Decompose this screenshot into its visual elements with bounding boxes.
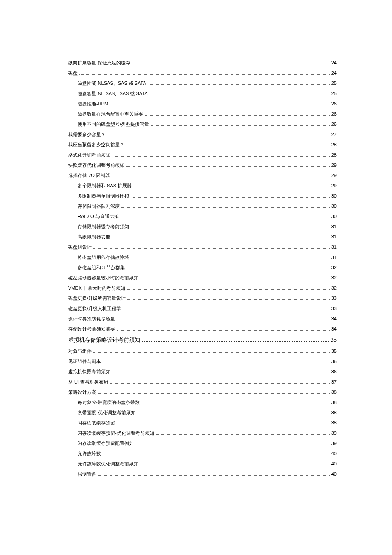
toc-leader-dots <box>110 105 330 105</box>
toc-leader-dots <box>132 64 330 64</box>
toc-entry[interactable]: VMDK 非常大时的考前须知32 <box>68 285 337 291</box>
toc-entry[interactable]: 每对象/条带宽度的磁盘条带数38 <box>68 399 337 406</box>
toc-title: 存储限制器队列深度 <box>78 203 120 209</box>
toc-entry[interactable]: 设计时要预防耗尽容量34 <box>68 316 337 322</box>
toc-leader-dots <box>148 84 330 85</box>
toc-leader-dots <box>135 445 330 445</box>
toc-leader-dots <box>131 259 330 259</box>
toc-leader-dots <box>112 177 330 177</box>
toc-entry[interactable]: 存储设计考前须知摘要34 <box>68 326 337 332</box>
toc-entry[interactable]: 存储限制器缓存考前须知31 <box>68 224 337 230</box>
toc-page-number: 36 <box>331 359 337 364</box>
toc-entry[interactable]: 磁盘组设计31 <box>68 244 337 250</box>
toc-page-number: 34 <box>331 326 337 331</box>
toc-entry[interactable]: 闪存读取缓存预留38 <box>68 420 337 426</box>
toc-page-number: 38 <box>331 389 337 395</box>
toc-leader-dots <box>123 310 330 310</box>
toc-entry[interactable]: 高级限制器功能31 <box>68 234 337 240</box>
toc-page-number: 31 <box>331 234 337 239</box>
toc-page-number: 28 <box>331 152 337 157</box>
toc-title: 存储限制器缓存考前须知 <box>78 224 129 230</box>
toc-title: 条带宽度-优化调整考前须知 <box>78 410 135 416</box>
toc-entry[interactable]: 使用不同的磁盘型号/类型提供容量26 <box>68 121 337 128</box>
toc-page-number: 40 <box>331 451 337 456</box>
toc-entry[interactable]: 多磁盘组和 3 节点群集32 <box>68 264 337 271</box>
toc-page-number: 29 <box>331 163 337 168</box>
toc-entry[interactable]: 虚拟机存储策略设计考前须知35 <box>68 336 337 344</box>
toc-entry[interactable]: 多个限制器和 SAS 扩展器29 <box>68 183 337 189</box>
toc-entry[interactable]: 磁盘性能-RPM26 <box>68 101 337 107</box>
toc-entry[interactable]: 允许故障数40 <box>68 450 337 457</box>
toc-leader-dots <box>145 115 330 116</box>
toc-entry[interactable]: 磁盘驱动器容量较小时的考前须知32 <box>68 275 337 281</box>
toc-leader-dots <box>127 269 330 269</box>
toc-entry[interactable]: 选择存储 I/O 限制器29 <box>68 172 337 179</box>
toc-entry[interactable]: 纵向扩展容量,保证充足的缓存24 <box>68 60 337 66</box>
toc-title: 磁盘组设计 <box>68 244 92 250</box>
toc-leader-dots <box>121 218 330 218</box>
toc-title: 高级限制器功能 <box>78 234 110 240</box>
toc-title: 格式化开销考前须知 <box>68 152 110 158</box>
toc-entry[interactable]: 磁盘更换/升级人机工程学33 <box>68 305 337 312</box>
toc-page-number: 39 <box>331 441 337 446</box>
toc-entry[interactable]: 磁盘容量-NL-SAS、SAS 或 SATA25 <box>68 90 337 97</box>
toc-entry[interactable]: 磁盘性能-NLSAS、SAS 或 SATA25 <box>68 80 337 87</box>
toc-entry[interactable]: 将磁盘组用作存储故障域31 <box>68 254 337 261</box>
toc-entry[interactable]: 多限制器与单限制器比拟30 <box>68 193 337 199</box>
toc-page-number: 26 <box>331 101 337 106</box>
toc-leader-dots <box>137 414 330 414</box>
toc-page-number: 24 <box>331 60 337 65</box>
toc-entry[interactable]: 策略设计方案38 <box>68 389 337 395</box>
toc-page-number: 36 <box>331 369 337 374</box>
toc-entry[interactable]: RAID-O 与直通比拟30 <box>68 213 337 220</box>
toc-title: 从 UI 查看对象布局 <box>68 379 108 385</box>
toc-page-number: 35 <box>331 337 337 343</box>
toc-title: RAID-O 与直通比拟 <box>78 213 119 220</box>
toc-leader-dots <box>121 207 330 208</box>
toc-title: 磁盘性能-RPM <box>78 101 108 107</box>
toc-title: 纵向扩展容量,保证充足的缓存 <box>68 60 130 66</box>
toc-page-number: 38 <box>331 410 337 415</box>
toc-entry[interactable]: 对象与组件35 <box>68 348 337 355</box>
toc-title: 选择存储 I/O 限制器 <box>68 172 110 179</box>
toc-leader-dots <box>133 187 330 187</box>
toc-page-number: 31 <box>331 224 337 229</box>
toc-title: 将磁盘组用作存储故障域 <box>78 254 129 261</box>
toc-page-number: 32 <box>331 285 337 291</box>
toc-page-number: 35 <box>331 349 337 354</box>
toc-page-number: 30 <box>331 193 337 198</box>
toc-leader-dots <box>150 95 330 95</box>
toc-leader-dots <box>112 156 330 157</box>
toc-entry[interactable]: 从 UI 查看对象布局37 <box>68 379 337 385</box>
toc-entry[interactable]: 虚拟机快照考前须知36 <box>68 369 337 375</box>
toc-entry[interactable]: 我应当预留多少空间裕量？28 <box>68 142 337 148</box>
toc-entry[interactable]: 允许故障数优化调整考前须知40 <box>68 461 337 467</box>
toc-entry[interactable]: 格式化开销考前须知28 <box>68 152 337 158</box>
toc-page-number: 37 <box>331 379 337 384</box>
toc-entry[interactable]: 条带宽度-优化调整考前须知38 <box>68 410 337 416</box>
toc-entry[interactable]: 见证组件与副本36 <box>68 358 337 365</box>
toc-entry[interactable]: 磁盘24 <box>68 70 337 76</box>
toc-entry[interactable]: 磁盘数量在混合配置中至关重要26 <box>68 111 337 117</box>
toc-entry[interactable]: 闪存读取缓存预留配置例如39 <box>68 440 337 447</box>
toc-leader-dots <box>151 125 330 126</box>
toc-entry[interactable]: 存储限制器队列深度30 <box>68 203 337 209</box>
toc-page-number: 27 <box>331 132 337 137</box>
toc-leader-dots <box>107 136 330 136</box>
toc-entry[interactable]: 闪存读取缓存预留-优化调整考前须知39 <box>68 430 337 436</box>
toc-page-number: 29 <box>331 173 337 178</box>
toc-title: 使用不同的磁盘型号/类型提供容量 <box>78 121 149 128</box>
toc-entry[interactable]: 强制置备40 <box>68 471 337 477</box>
toc-entry[interactable]: 我需要多少容量？27 <box>68 131 337 138</box>
toc-page-number: 25 <box>331 81 337 86</box>
toc-leader-dots <box>110 383 330 384</box>
toc-title: 磁盘更换/升级所需容量设计 <box>68 295 126 302</box>
toc-entry[interactable]: 磁盘更换/升级所需容量设计33 <box>68 295 337 302</box>
toc-title: 我应当预留多少空间裕量？ <box>68 142 124 148</box>
toc-title: 磁盘性能-NLSAS、SAS 或 SATA <box>78 80 146 87</box>
toc-entry[interactable]: 快照缓存优化调整考前须知29 <box>68 162 337 169</box>
toc-leader-dots <box>140 279 330 279</box>
toc-page-number: 26 <box>331 111 337 116</box>
toc-title: 对象与组件 <box>68 348 92 355</box>
toc-page-number: 32 <box>331 275 337 280</box>
